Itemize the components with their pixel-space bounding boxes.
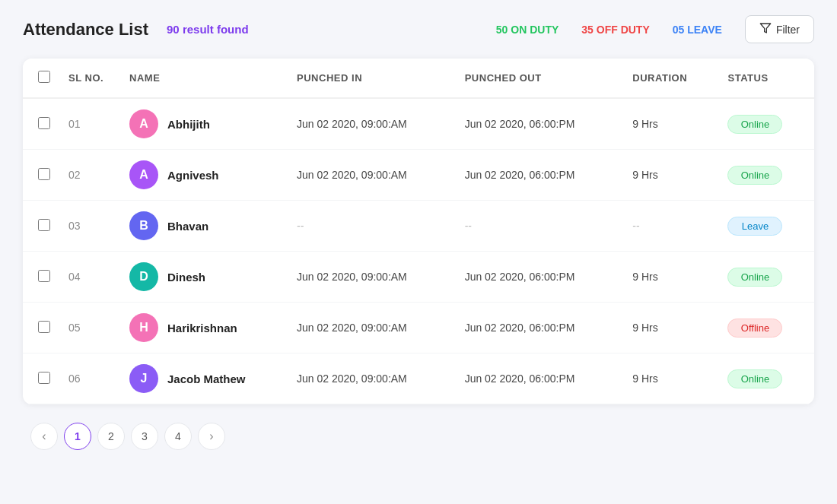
off-duty-label: OFF DUTY	[597, 24, 650, 36]
attendance-table-container: SL NO. NAME PUNCHED IN PUNCHED OUT DURAT…	[23, 59, 814, 404]
prev-page-button[interactable]: ‹	[30, 423, 58, 450]
table-row: 03 B Bhavan ------Leave	[23, 201, 814, 252]
sl-number: 02	[68, 169, 81, 181]
sl-number: 04	[68, 271, 81, 283]
avatar: A	[129, 160, 158, 189]
table-row: 06 J Jacob Mathew Jun 02 2020, 09:00:AMJ…	[23, 353, 814, 404]
name-cell: B Bhavan	[129, 211, 278, 240]
result-label: result found	[183, 23, 249, 36]
avatar: H	[129, 313, 158, 342]
row-checkbox-3[interactable]	[38, 219, 50, 231]
status-badge: Online	[727, 115, 782, 134]
status-cell: Online	[718, 353, 814, 404]
duration: 9 Hrs	[623, 252, 718, 303]
duration: 9 Hrs	[623, 98, 718, 150]
avatar: J	[129, 364, 158, 393]
avatar: A	[129, 109, 158, 138]
status-cell: Online	[718, 98, 814, 150]
result-number: 90	[167, 23, 180, 36]
on-duty-count: 50	[496, 24, 508, 36]
status-badge: Online	[727, 268, 782, 287]
punched-out: Jun 02 2020, 06:00:PM	[456, 303, 624, 353]
top-bar: Attendance List 90 result found 50 ON DU…	[23, 15, 814, 43]
status-badge: Offline	[727, 319, 782, 338]
row-checkbox-5[interactable]	[38, 321, 50, 333]
status-badge: Leave	[727, 217, 782, 236]
name-cell: J Jacob Mathew	[129, 364, 278, 393]
avatar: B	[129, 211, 158, 240]
duration: 9 Hrs	[623, 353, 718, 404]
punched-out: Jun 02 2020, 06:00:PM	[456, 252, 624, 303]
col-name: NAME	[120, 59, 288, 98]
leave-count: 05	[673, 24, 685, 36]
col-punched-in: PUNCHED IN	[288, 59, 456, 98]
status-cell: Online	[718, 252, 814, 303]
status-cell: Online	[718, 150, 814, 201]
status-badge: Online	[727, 166, 782, 185]
employee-name: Abhijith	[167, 118, 210, 131]
punched-in: Jun 02 2020, 09:00:AM	[288, 252, 456, 303]
next-page-button[interactable]: ›	[198, 423, 225, 450]
on-duty-stat: 50 ON DUTY	[496, 24, 559, 36]
punched-out: Jun 02 2020, 06:00:PM	[456, 150, 624, 201]
filter-button[interactable]: Filter	[745, 15, 814, 43]
avatar: D	[129, 262, 158, 291]
page-button-4[interactable]: 4	[164, 423, 192, 450]
sl-number: 06	[68, 372, 81, 385]
employee-name: Harikrishnan	[167, 322, 237, 334]
employee-name: Jacob Mathew	[167, 372, 246, 385]
sl-number: 03	[68, 220, 81, 232]
punched-in: Jun 02 2020, 09:00:AM	[288, 303, 456, 353]
on-duty-label: ON DUTY	[511, 24, 559, 36]
name-cell: H Harikrishnan	[129, 313, 278, 342]
col-checkbox	[23, 59, 59, 98]
punched-out: Jun 02 2020, 06:00:PM	[456, 98, 624, 150]
page-button-3[interactable]: 3	[131, 423, 158, 450]
employee-name: Dinesh	[167, 271, 205, 284]
col-slno: SL NO.	[59, 59, 120, 98]
sl-number: 01	[68, 118, 81, 130]
off-duty-stat: 35 OFF DUTY	[581, 24, 649, 36]
punched-out: --	[456, 201, 624, 252]
table-row: 05 H Harikrishnan Jun 02 2020, 09:00:AMJ…	[23, 303, 814, 353]
filter-label: Filter	[776, 24, 800, 36]
attendance-table: SL NO. NAME PUNCHED IN PUNCHED OUT DURAT…	[23, 59, 814, 404]
punched-out: Jun 02 2020, 06:00:PM	[456, 353, 624, 404]
name-cell: D Dinesh	[129, 262, 278, 291]
punched-in: Jun 02 2020, 09:00:AM	[288, 353, 456, 404]
pagination: ‹ 1 2 3 4 ›	[23, 423, 814, 450]
col-status: STATUS	[718, 59, 814, 98]
row-checkbox-6[interactable]	[38, 372, 50, 384]
duration: 9 Hrs	[623, 150, 718, 201]
employee-name: Bhavan	[167, 220, 208, 233]
duration: 9 Hrs	[623, 303, 718, 353]
duration: --	[623, 201, 718, 252]
punched-in: --	[288, 201, 456, 252]
employee-name: Agnivesh	[167, 169, 219, 182]
name-cell: A Agnivesh	[129, 160, 278, 189]
status-cell: Leave	[718, 201, 814, 252]
row-checkbox-1[interactable]	[38, 117, 50, 129]
filter-icon	[759, 22, 772, 36]
row-checkbox-2[interactable]	[38, 168, 50, 180]
table-row: 02 A Agnivesh Jun 02 2020, 09:00:AMJun 0…	[23, 150, 814, 201]
page-button-1[interactable]: 1	[64, 423, 91, 450]
status-cell: Offline	[718, 303, 814, 353]
table-header-row: SL NO. NAME PUNCHED IN PUNCHED OUT DURAT…	[23, 59, 814, 98]
status-badge: Online	[727, 369, 782, 388]
table-row: 01 A Abhijith Jun 02 2020, 09:00:AMJun 0…	[23, 98, 814, 150]
leave-label: LEAVE	[687, 24, 722, 36]
select-all-checkbox[interactable]	[38, 71, 50, 83]
col-punched-out: PUNCHED OUT	[456, 59, 624, 98]
page-title: Attendance List	[23, 20, 148, 40]
result-count: 90 result found	[167, 23, 249, 36]
page-button-2[interactable]: 2	[97, 423, 125, 450]
name-cell: A Abhijith	[129, 109, 278, 138]
leave-stat: 05 LEAVE	[673, 24, 722, 36]
svg-marker-0	[760, 24, 770, 33]
table-row: 04 D Dinesh Jun 02 2020, 09:00:AMJun 02 …	[23, 252, 814, 303]
sl-number: 05	[68, 322, 81, 334]
col-duration: DURATION	[623, 59, 718, 98]
row-checkbox-4[interactable]	[38, 270, 50, 282]
punched-in: Jun 02 2020, 09:00:AM	[288, 150, 456, 201]
